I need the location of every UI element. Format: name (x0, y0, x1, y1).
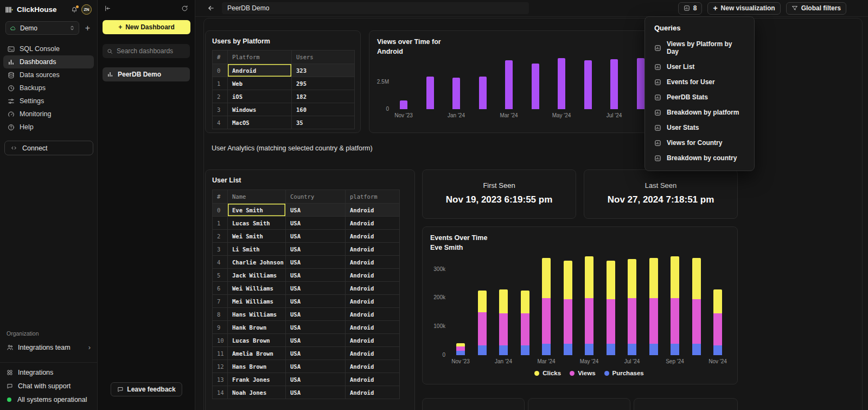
query-menu-item[interactable]: Views for Country (645, 135, 754, 150)
bar-segment-views[interactable] (713, 313, 722, 345)
bar-segment-purchases[interactable] (456, 351, 465, 355)
table-row[interactable]: 13Frank JonesUSAAndroid (213, 373, 400, 386)
row-index-cell[interactable]: 4 (213, 116, 228, 129)
chart-bar[interactable] (505, 60, 513, 109)
chart-bar[interactable] (558, 58, 565, 109)
new-dashboard-button[interactable]: + New Dashboard (103, 20, 190, 34)
sidebar-item-help[interactable]: Help (3, 121, 94, 134)
table-cell[interactable]: USA (286, 230, 346, 243)
row-index-cell[interactable]: 10 (213, 334, 228, 347)
chart-bar[interactable] (426, 77, 434, 109)
table-row[interactable]: 11Amelia BrownUSAAndroid (213, 347, 400, 360)
table-cell[interactable]: Android (346, 373, 400, 386)
query-menu-item[interactable]: Views by Platform by Day (645, 36, 754, 59)
bar-segment-views[interactable] (649, 298, 658, 344)
query-menu-item[interactable]: Events for User (645, 74, 754, 90)
table-cell[interactable]: Wei Smith (228, 230, 286, 243)
row-index-cell[interactable]: 14 (213, 386, 228, 399)
table-cell[interactable]: Eve Smith (228, 204, 286, 217)
row-index-cell[interactable]: 8 (213, 308, 228, 321)
table-cell[interactable]: 323 (292, 64, 355, 77)
legend-item[interactable]: Purchases (604, 370, 644, 376)
table-row[interactable]: 8Hans WilliamsUSAAndroid (213, 308, 400, 321)
table-row[interactable]: 12Hans BrownUSAAndroid (213, 360, 400, 373)
row-index-cell[interactable]: 4 (213, 256, 228, 269)
chart-bar[interactable] (478, 291, 487, 355)
bar-segment-purchases[interactable] (564, 344, 572, 355)
row-index-cell[interactable]: 0 (213, 204, 228, 217)
chart-bar[interactable] (649, 258, 658, 355)
row-index-cell[interactable]: 2 (213, 230, 228, 243)
table-row[interactable]: 14Noah JonesUSAAndroid (213, 386, 400, 399)
table-cell[interactable]: Web (228, 77, 292, 90)
service-selector[interactable]: Demo (5, 21, 79, 35)
row-index-cell[interactable]: 1 (213, 217, 228, 230)
table-cell[interactable]: MacOS (228, 116, 292, 129)
chart-bar[interactable] (532, 64, 539, 109)
bar-segment-views[interactable] (478, 312, 487, 345)
table-cell[interactable]: USA (286, 386, 346, 399)
row-index-cell[interactable]: 11 (213, 347, 228, 360)
table-cell[interactable]: Charlie Johnson (228, 256, 286, 269)
table-row[interactable]: 1Web295 (213, 77, 355, 90)
connect-button[interactable]: Connect (4, 141, 93, 155)
new-visualization-button[interactable]: + New visualization (707, 2, 780, 15)
table-row[interactable]: 6Wei WilliamsUSAAndroid (213, 282, 400, 295)
bar-segment-purchases[interactable] (692, 344, 701, 355)
dashboard-search[interactable] (103, 44, 190, 58)
table-cell[interactable]: Hank Brown (228, 321, 286, 334)
sidebar-item-dashboards[interactable]: Dashboards (3, 55, 94, 68)
bar-segment-clicks[interactable] (692, 258, 701, 300)
table-cell[interactable]: USA (286, 256, 346, 269)
table-cell[interactable]: 160 (292, 103, 355, 116)
chart-bar[interactable] (692, 258, 701, 355)
footer-item-integrations[interactable]: Integrations (7, 369, 91, 376)
bar-segment-views[interactable] (692, 299, 701, 344)
chart-bar[interactable] (584, 60, 592, 109)
table-row[interactable]: 2iOS182 (213, 90, 355, 103)
table-row[interactable]: 4MacOS35 (213, 116, 355, 129)
table-row[interactable]: 4Charlie JohnsonUSAAndroid (213, 256, 400, 269)
table-row[interactable]: 3Windows160 (213, 103, 355, 116)
table-cell[interactable]: Mei Williams (228, 295, 286, 308)
refresh-icon[interactable] (181, 5, 188, 12)
table-cell[interactable]: Android (346, 256, 400, 269)
table-cell[interactable]: 35 (292, 116, 355, 129)
query-menu-item[interactable]: Breakdown by country (645, 150, 754, 166)
table-cell[interactable]: 182 (292, 90, 355, 103)
table-cell[interactable]: USA (286, 347, 346, 360)
table-cell[interactable]: Android (228, 64, 292, 77)
legend-item[interactable]: Views (570, 370, 595, 376)
bar-segment-clicks[interactable] (499, 289, 508, 314)
bar-segment-views[interactable] (521, 313, 529, 345)
table-row[interactable]: 0Eve SmithUSAAndroid (213, 204, 400, 217)
notifications-bell-icon[interactable] (71, 7, 78, 13)
chart-bar[interactable] (479, 77, 487, 109)
table-cell[interactable]: Lucas Brown (228, 334, 286, 347)
bar-segment-views[interactable] (628, 298, 636, 344)
table-row[interactable]: 0Android323 (213, 64, 355, 77)
table-cell[interactable]: USA (286, 269, 346, 282)
search-dashboards-input[interactable] (117, 47, 186, 55)
chart-bar[interactable] (637, 58, 644, 109)
bar-segment-purchases[interactable] (649, 344, 658, 355)
organization-team-selector[interactable]: Integrations team › (7, 343, 91, 351)
bar-segment-clicks[interactable] (564, 261, 572, 299)
table-cell[interactable]: USA (286, 308, 346, 321)
table-cell[interactable]: Android (346, 347, 400, 360)
avatar[interactable]: ZN (81, 4, 92, 15)
add-service-button[interactable]: + (84, 24, 92, 33)
chart-bar[interactable] (671, 256, 679, 355)
row-index-cell[interactable]: 13 (213, 373, 228, 386)
row-index-cell[interactable]: 3 (213, 243, 228, 256)
table-cell[interactable]: Wei Williams (228, 282, 286, 295)
bar-segment-purchases[interactable] (478, 345, 487, 356)
bar-segment-purchases[interactable] (585, 344, 593, 355)
bar-segment-clicks[interactable] (521, 291, 529, 313)
bar-segment-clicks[interactable] (585, 256, 593, 298)
clickhouse-logo-icon[interactable] (5, 6, 13, 14)
bar-segment-purchases[interactable] (713, 345, 722, 356)
bar-segment-views[interactable] (542, 298, 551, 344)
bar-segment-purchases[interactable] (521, 345, 529, 356)
table-cell[interactable]: USA (286, 243, 346, 256)
